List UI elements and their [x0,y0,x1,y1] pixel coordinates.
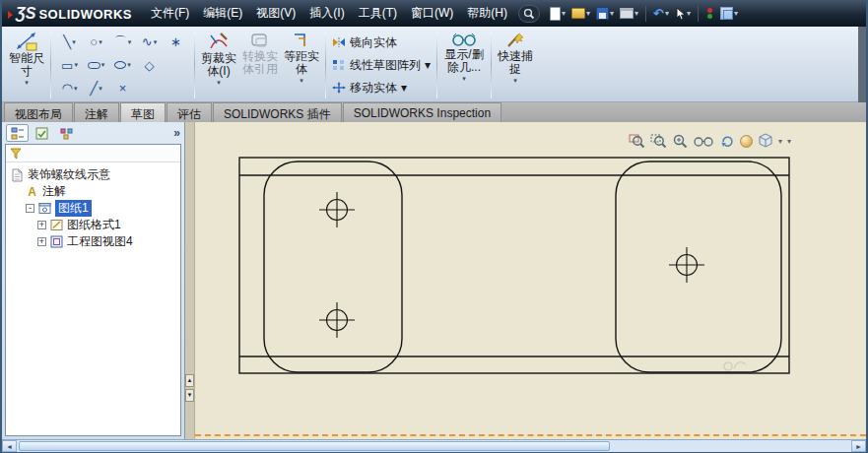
drawing-canvas[interactable]: ▾ ▾ [195,122,866,439]
drawing-view-label[interactable]: 工程图视图4 [67,233,133,250]
propertymanager-tab[interactable] [31,124,53,142]
polygon-tool[interactable]: ◇ [136,59,163,72]
search-icon[interactable] [518,5,540,23]
fillet-tool[interactable]: ◠▾ [56,82,83,95]
new-document-button[interactable]: ▾ [548,6,568,22]
save-button[interactable]: ▾ [594,6,616,21]
tab-evaluate[interactable]: 评估 [167,102,212,122]
convert-entities-button[interactable]: 转换实体引用 [239,30,281,100]
tab-solidworks-inspection[interactable]: SOLIDWORKS Inspection [343,102,501,122]
sheet-format-label[interactable]: 图纸格式1 [67,217,121,233]
smart-dimension-button[interactable]: 智能尺寸 ▾ [6,30,47,100]
dropdown-caret[interactable]: ▾ [72,38,76,46]
options-button[interactable]: ▾ [718,6,740,21]
panel-overflow-chevron[interactable]: » [173,126,180,140]
menu-window[interactable]: 窗口(W) [404,0,460,27]
dropdown-caret[interactable]: ▾ [99,85,102,93]
tree-row-root[interactable]: 装饰螺纹线示意 [6,166,180,183]
dropdown-caret[interactable]: ▾ [154,38,158,46]
dropdown-caret[interactable]: ▾ [300,77,303,84]
dropdown-caret[interactable]: ▾ [513,77,517,84]
dropdown-caret[interactable]: ▾ [610,9,614,18]
tree-row-annotations[interactable]: A 注解 [6,183,180,200]
dropdown-caret[interactable]: ▾ [74,85,78,93]
quick-snaps-button[interactable]: 快速捕捉 ▾ [495,30,536,100]
dropdown-caret[interactable]: ▾ [74,61,78,69]
scroll-left-button[interactable]: ◄ [2,440,17,452]
scroll-down-button[interactable]: ▼ [185,389,194,402]
dropdown-caret[interactable]: ▾ [634,9,638,18]
circle-tool[interactable]: ○▾ [83,35,109,48]
tab-sketch[interactable]: 草图 [120,102,166,122]
dropdown-caret[interactable]: ▾ [128,38,132,46]
tab-solidworks-addins[interactable]: SOLIDWORKS 插件 [213,102,342,122]
erase-tool[interactable]: × [109,82,136,95]
menu-view[interactable]: 视图(V) [249,0,302,27]
line-tool[interactable]: ╲▾ [56,35,83,48]
featuremanager-tab[interactable] [6,124,29,142]
mirror-entities-button[interactable]: 镜向实体 [332,32,431,53]
dropdown-caret[interactable]: ▾ [687,9,691,18]
menu-tools[interactable]: 工具(T) [352,0,404,27]
dropdown-caret[interactable]: ▾ [462,75,466,82]
new-document-icon [550,7,561,21]
point-tool[interactable]: ∗ [163,35,189,48]
tree-root-label[interactable]: 装饰螺纹线示意 [28,166,110,183]
collapse-expander[interactable]: - [26,204,34,213]
dropdown-caret[interactable]: ▾ [665,9,669,18]
tree-row-sheet1[interactable]: - 图纸1 [6,200,180,217]
expand-expander[interactable]: + [37,221,46,229]
ribbon-divider [325,32,326,98]
arc-tool[interactable]: ⌒▾ [109,35,136,48]
dropdown-caret[interactable]: ▾ [25,79,29,86]
dropdown-caret[interactable]: ▾ [586,9,590,18]
drawing-view-geometry[interactable] [195,122,866,439]
sheet-icon [38,202,51,215]
menu-help[interactable]: 帮助(H) [460,0,514,27]
rebuild-button[interactable] [703,7,716,20]
dropdown-caret[interactable]: ▾ [99,38,102,46]
tree-row-sheet-format[interactable]: + 图纸格式1 [6,217,180,233]
select-button[interactable]: ▾ [673,6,693,22]
print-button[interactable]: ▾ [618,7,640,20]
move-entities-icon [332,82,346,94]
tab-annotation[interactable]: 注解 [74,102,119,122]
expand-expander[interactable]: + [37,237,46,246]
menu-file[interactable]: 文件(F) [144,0,196,27]
dropdown-caret[interactable]: ▾ [217,79,221,86]
dropdown-caret[interactable]: ▾ [562,9,566,18]
spline-tool[interactable]: ∿▾ [136,35,163,48]
ellipse-tool[interactable]: ▾ [109,61,136,69]
panel-splitter-strip[interactable]: ▲ ▼ [185,122,195,439]
scroll-up-button[interactable]: ▲ [185,374,194,387]
dropdown-caret[interactable]: ▾ [101,61,105,69]
menu-edit[interactable]: 编辑(E) [196,0,249,27]
save-icon [596,7,609,20]
linear-sketch-pattern-button[interactable]: 线性草图阵列 ▾ [332,55,431,76]
annotations-label[interactable]: 注解 [42,183,66,200]
tab-view-layout[interactable]: 视图布局 [4,102,73,122]
scrollbar-thumb[interactable] [19,441,610,451]
move-entities-button[interactable]: 移动实体 ▾ [332,78,431,98]
slot-tool[interactable]: ▾ [83,61,109,69]
open-folder-icon [571,8,585,19]
display-delete-relations-button[interactable]: 显示/删除几... ▾ [440,30,488,100]
offset-entities-button[interactable]: 等距实体 ▾ [281,30,322,100]
dropdown-caret[interactable]: ▾ [401,81,407,95]
sheet1-label[interactable]: 图纸1 [55,200,92,217]
print-icon [620,8,634,19]
tree-row-drawing-view[interactable]: + 工程图视图4 [6,233,180,250]
dropdown-caret[interactable]: ▾ [734,9,738,18]
configurationmanager-tab[interactable] [55,124,78,142]
horizontal-scrollbar[interactable]: ◄ ► [2,439,866,452]
rectangle-tool[interactable]: ▭▾ [56,59,83,72]
trim-entities-button[interactable]: 剪裁实体(I) ▾ [198,30,239,100]
menu-insert[interactable]: 插入(I) [302,0,351,27]
tree-filter-row[interactable] [6,145,180,162]
centerline-tool[interactable]: ╱▾ [83,82,109,95]
dropdown-caret[interactable]: ▾ [425,58,431,72]
dropdown-caret[interactable]: ▾ [127,61,131,69]
undo-button[interactable]: ↶▾ [651,7,671,21]
scroll-right-button[interactable]: ► [851,440,866,452]
open-button[interactable]: ▾ [569,7,592,20]
